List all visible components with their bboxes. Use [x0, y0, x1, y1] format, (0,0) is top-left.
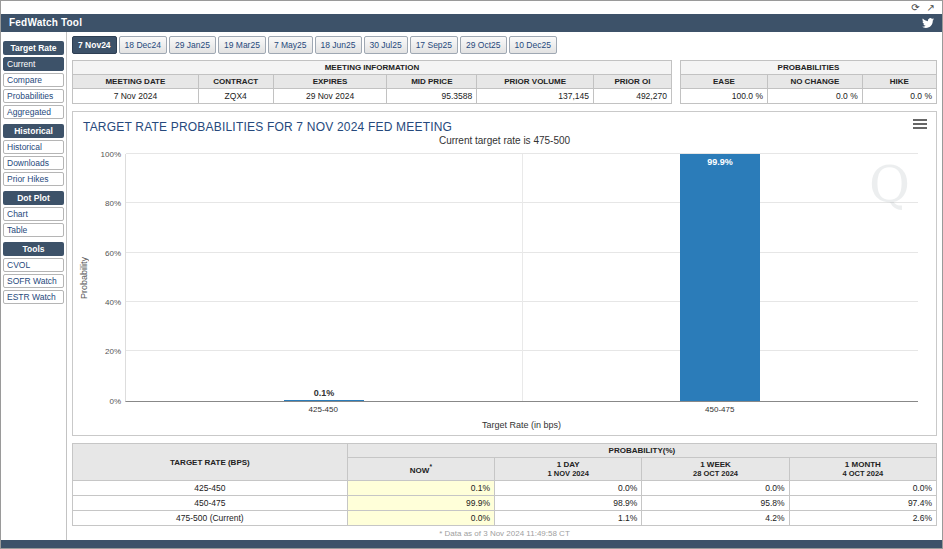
value-hike: 0.0 %: [862, 88, 936, 103]
value-meeting-date: 7 Nov 2024: [73, 88, 199, 103]
fedwatch-app: ⟳ ↗ FedWatch Tool Target RateCurrentComp…: [0, 0, 943, 549]
value-cell: 0.0%: [642, 481, 789, 496]
twitter-icon[interactable]: [922, 17, 934, 29]
x-tick-425-450: 425-450: [309, 405, 338, 414]
sidebar-item-table[interactable]: Table: [3, 223, 64, 237]
col-header-no-change: NO CHANGE: [767, 74, 862, 88]
sidebar: Target RateCurrentCompareProbabilitiesAg…: [1, 32, 67, 540]
app-title: FedWatch Tool: [9, 17, 82, 28]
bar-label-425-450: 0.1%: [314, 388, 335, 398]
sidebar-section-target-rate: Target Rate: [3, 41, 64, 55]
tab-7-nov24[interactable]: 7 Nov24: [72, 36, 117, 54]
sidebar-item-downloads[interactable]: Downloads: [3, 156, 64, 170]
top-strip: ⟳ ↗: [1, 1, 942, 14]
sidebar-item-current[interactable]: Current: [3, 57, 64, 71]
x-tick-450-475: 450-475: [705, 405, 734, 414]
bottom-bar: [1, 540, 942, 548]
sidebar-item-sofr-watch[interactable]: SOFR Watch: [3, 274, 64, 288]
table-row-450-475: 450-47599.9%98.9%95.8%97.4%: [73, 496, 937, 511]
tab-18-dec24[interactable]: 18 Dec24: [119, 36, 167, 54]
x-axis-label: Target Rate (in bps): [125, 420, 918, 430]
y-tick-label: 100%: [101, 149, 121, 158]
probability-table: TARGET RATE (BPS)PROBABILITY(%)NOW*1 DAY…: [72, 443, 937, 526]
tabs: 7 Nov2418 Dec2429 Jan2519 Mar257 May2518…: [72, 36, 937, 54]
y-tick-label: 60%: [105, 248, 121, 257]
value-expires: 29 Nov 2024: [273, 88, 387, 103]
chart-panel: TARGET RATE PROBABILITIES FOR 7 NOV 2024…: [72, 111, 937, 436]
meeting-info-table: MEETING INFORMATIONMEETING DATECONTRACTE…: [72, 60, 672, 104]
value-contract: ZQX4: [198, 88, 273, 103]
col-header-ease: EASE: [680, 74, 767, 88]
value-cell: 95.8%: [642, 496, 789, 511]
sidebar-item-compare[interactable]: Compare: [3, 73, 64, 87]
rate-cell: 450-475: [73, 496, 348, 511]
col-header-1-month: 1 MONTH4 OCT 2024: [789, 458, 936, 481]
now-value: 0.0%: [347, 511, 494, 526]
plot-area: 0%20%40%60%80%100%0.1%99.9%: [125, 154, 918, 402]
y-tick-label: 40%: [105, 298, 121, 307]
col-header-hike: HIKE: [862, 74, 936, 88]
tab-10-dec25[interactable]: 10 Dec25: [509, 36, 557, 54]
sidebar-item-prior-hikes[interactable]: Prior Hikes: [3, 172, 64, 186]
value-cell: 4.2%: [642, 511, 789, 526]
probabilities-table: PROBABILITIESEASENO CHANGEHIKE100.0 %0.0…: [680, 60, 937, 104]
now-value: 99.9%: [347, 496, 494, 511]
chart-body: Probability 0%20%40%60%80%100%0.1%99.9% …: [125, 154, 918, 402]
sidebar-item-probabilities[interactable]: Probabilities: [3, 89, 64, 103]
value-ease: 100.0 %: [680, 88, 767, 103]
sidebar-item-chart[interactable]: Chart: [3, 207, 64, 221]
bar-425-450[interactable]: [284, 400, 364, 401]
probabilities-title: PROBABILITIES: [680, 60, 936, 74]
col-header-mid-price: MID PRICE: [387, 74, 477, 88]
tab-19-mar25[interactable]: 19 Mar25: [218, 36, 266, 54]
y-axis-label: Probability: [79, 154, 89, 402]
refresh-icon[interactable]: ⟳: [911, 2, 919, 13]
tab-29-jan25[interactable]: 29 Jan25: [169, 36, 216, 54]
tab-29-oct25[interactable]: 29 Oct25: [460, 36, 507, 54]
tab-30-jul25[interactable]: 30 Jul25: [364, 36, 408, 54]
meeting-information-title: MEETING INFORMATION: [73, 60, 672, 74]
info-row: MEETING INFORMATIONMEETING DATECONTRACTE…: [72, 60, 937, 104]
sidebar-item-cvol[interactable]: CVOL: [3, 258, 64, 272]
table-row-425-450: 425-4500.1%0.0%0.0%0.0%: [73, 481, 937, 496]
bar-label-450-475: 99.9%: [707, 157, 733, 167]
chart-context-menu-icon[interactable]: [913, 119, 927, 131]
value-prior-oi: 492,270: [594, 88, 672, 103]
now-value: 0.1%: [347, 481, 494, 496]
bar-450-475[interactable]: [680, 154, 760, 401]
tab-17-sep25[interactable]: 17 Sep25: [410, 36, 458, 54]
col-header-meeting-date: MEETING DATE: [73, 74, 199, 88]
sidebar-section-dot-plot: Dot Plot: [3, 191, 64, 205]
value-cell: 0.0%: [495, 481, 642, 496]
sidebar-item-historical[interactable]: Historical: [3, 140, 64, 154]
share-icon[interactable]: ↗: [927, 2, 935, 13]
col-header-prior-oi: PRIOR OI: [594, 74, 672, 88]
col-header-prior-volume: PRIOR VOLUME: [477, 74, 594, 88]
tab-7-may25[interactable]: 7 May25: [268, 36, 313, 54]
value-cell: 97.4%: [789, 496, 936, 511]
rate-cell: 425-450: [73, 481, 348, 496]
chart-title: TARGET RATE PROBABILITIES FOR 7 NOV 2024…: [73, 112, 936, 134]
value-cell: 98.9%: [495, 496, 642, 511]
col-header-1-day: 1 DAY1 NOV 2024: [495, 458, 642, 481]
value-mid-price: 95.3588: [387, 88, 477, 103]
content-area: Target RateCurrentCompareProbabilitiesAg…: [1, 32, 942, 540]
x-axis-ticks: 425-450450-475: [125, 405, 918, 417]
sidebar-item-aggregated[interactable]: Aggregated: [3, 105, 64, 119]
main-panel: 7 Nov2418 Dec2429 Jan2519 Mar257 May2518…: [67, 32, 942, 540]
col-header-contract: CONTRACT: [198, 74, 273, 88]
y-tick-label: 80%: [105, 199, 121, 208]
value-cell: 2.6%: [789, 511, 936, 526]
value-prior-volume: 137,145: [477, 88, 594, 103]
probability-group-header: PROBABILITY(%): [347, 444, 936, 458]
value-cell: 1.1%: [495, 511, 642, 526]
rate-cell: 475-500 (Current): [73, 511, 348, 526]
sidebar-item-estr-watch[interactable]: ESTR Watch: [3, 290, 64, 304]
y-tick-label: 20%: [105, 347, 121, 356]
col-header-now: NOW*: [347, 458, 494, 481]
value-cell: 0.0%: [789, 481, 936, 496]
sidebar-section-tools: Tools: [3, 242, 64, 256]
table-row-475-500-current: 475-500 (Current)0.0%1.1%4.2%2.6%: [73, 511, 937, 526]
tab-18-jun25[interactable]: 18 Jun25: [315, 36, 362, 54]
col-header-1-week: 1 WEEK28 OCT 2024: [642, 458, 789, 481]
